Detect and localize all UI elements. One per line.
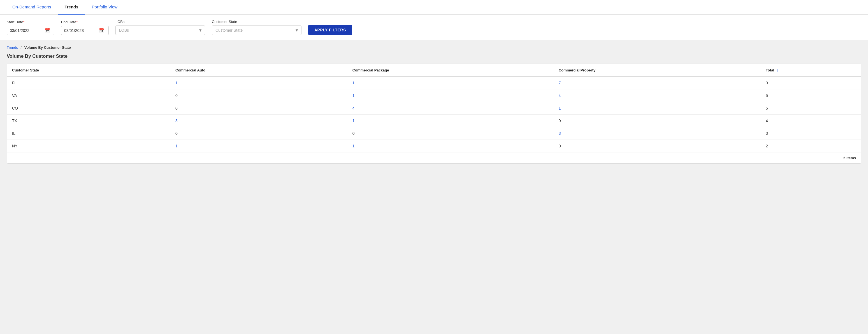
tab-on-demand[interactable]: On-Demand Reports — [6, 0, 58, 14]
cell-total: 3 — [761, 127, 861, 140]
breadcrumb-current: Volume By Customer State — [24, 45, 71, 50]
table-row: NY1102 — [7, 140, 861, 152]
cell-commercial-package[interactable]: 1 — [347, 140, 554, 152]
content-area: Trends / Volume By Customer State Volume… — [0, 40, 868, 169]
end-date-input[interactable] — [64, 28, 98, 33]
cell-customer-state: IL — [7, 127, 170, 140]
table-row: IL0033 — [7, 127, 861, 140]
lobs-group: LOBs LOBs ▼ — [116, 20, 205, 35]
cell-commercial-package: 0 — [347, 127, 554, 140]
col-header-total[interactable]: Total ↓ — [761, 64, 861, 77]
cell-commercial-auto[interactable]: 1 — [170, 140, 347, 152]
cell-customer-state: TX — [7, 115, 170, 127]
breadcrumb: Trends / Volume By Customer State — [7, 45, 861, 50]
table-container: Customer State Commercial Auto Commercia… — [7, 64, 861, 164]
cell-commercial-package[interactable]: 1 — [347, 115, 554, 127]
end-date-group: End Date* 📅 — [61, 20, 109, 35]
cell-total: 2 — [761, 140, 861, 152]
start-date-input[interactable] — [10, 28, 43, 33]
customer-state-select[interactable]: Customer State — [212, 26, 302, 35]
app-container: On-Demand Reports Trends Portfolio View … — [0, 0, 868, 334]
customer-state-select-wrapper: Customer State ▼ — [212, 26, 302, 35]
filter-bar: Start Date* 📅 End Date* 📅 LOBs LOBs — [0, 14, 868, 40]
cell-commercial-auto[interactable]: 1 — [170, 77, 347, 89]
tab-portfolio[interactable]: Portfolio View — [85, 0, 124, 14]
lobs-label: LOBs — [116, 20, 205, 24]
cell-commercial-auto[interactable]: 3 — [170, 115, 347, 127]
cell-commercial-property: 0 — [554, 115, 761, 127]
customer-state-group: Customer State Customer State ▼ — [212, 20, 302, 35]
cell-customer-state: FL — [7, 77, 170, 89]
table-footer: 6 items — [7, 152, 861, 163]
cell-total: 9 — [761, 77, 861, 89]
cell-customer-state: VA — [7, 89, 170, 102]
link-commercial-property[interactable]: 7 — [559, 81, 561, 85]
volume-table: Customer State Commercial Auto Commercia… — [7, 64, 861, 152]
customer-state-label: Customer State — [212, 20, 302, 24]
col-header-commercial-property: Commercial Property — [554, 64, 761, 77]
breadcrumb-separator: / — [21, 45, 22, 50]
table-row: CO0415 — [7, 102, 861, 115]
lobs-select[interactable]: LOBs — [116, 26, 205, 35]
table-row: VA0145 — [7, 89, 861, 102]
cell-commercial-package[interactable]: 4 — [347, 102, 554, 115]
cell-commercial-package[interactable]: 1 — [347, 89, 554, 102]
cell-customer-state: NY — [7, 140, 170, 152]
start-date-input-wrapper: 📅 — [7, 26, 54, 35]
section-title: Volume By Customer State — [7, 54, 861, 59]
start-date-label: Start Date* — [7, 20, 54, 24]
start-date-required: * — [23, 20, 25, 24]
cell-commercial-property[interactable]: 3 — [554, 127, 761, 140]
breadcrumb-parent-link[interactable]: Trends — [7, 45, 18, 50]
cell-commercial-auto: 0 — [170, 102, 347, 115]
cell-commercial-auto: 0 — [170, 89, 347, 102]
tab-trends[interactable]: Trends — [58, 0, 85, 14]
link-commercial-property[interactable]: 4 — [559, 93, 561, 98]
table-row: FL1179 — [7, 77, 861, 89]
end-date-label: End Date* — [61, 20, 109, 24]
cell-commercial-property[interactable]: 4 — [554, 89, 761, 102]
link-commercial-auto[interactable]: 3 — [176, 119, 178, 123]
col-header-customer-state: Customer State — [7, 64, 170, 77]
total-sort-icon[interactable]: ↓ — [776, 68, 778, 72]
items-count: 6 items — [843, 156, 856, 160]
end-date-calendar-icon[interactable]: 📅 — [99, 28, 104, 33]
col-header-commercial-auto: Commercial Auto — [170, 64, 347, 77]
link-commercial-package[interactable]: 1 — [352, 93, 355, 98]
end-date-required: * — [76, 20, 78, 24]
tabs-bar: On-Demand Reports Trends Portfolio View — [0, 0, 868, 14]
link-commercial-package[interactable]: 1 — [352, 119, 355, 123]
start-date-calendar-icon[interactable]: 📅 — [44, 28, 50, 33]
apply-filters-button[interactable]: APPLY FILTERS — [308, 25, 352, 35]
link-commercial-auto[interactable]: 1 — [176, 81, 178, 85]
cell-customer-state: CO — [7, 102, 170, 115]
link-commercial-auto[interactable]: 1 — [176, 144, 178, 148]
link-commercial-package[interactable]: 1 — [352, 144, 355, 148]
cell-commercial-property[interactable]: 1 — [554, 102, 761, 115]
col-header-commercial-package: Commercial Package — [347, 64, 554, 77]
link-commercial-package[interactable]: 4 — [352, 106, 355, 111]
end-date-input-wrapper: 📅 — [61, 26, 109, 35]
cell-total: 5 — [761, 102, 861, 115]
link-commercial-property[interactable]: 1 — [559, 106, 561, 111]
cell-commercial-property[interactable]: 7 — [554, 77, 761, 89]
lobs-select-wrapper: LOBs ▼ — [116, 26, 205, 35]
link-commercial-package[interactable]: 1 — [352, 81, 355, 85]
cell-total: 4 — [761, 115, 861, 127]
cell-commercial-package[interactable]: 1 — [347, 77, 554, 89]
cell-commercial-property: 0 — [554, 140, 761, 152]
link-commercial-property[interactable]: 3 — [559, 131, 561, 135]
cell-commercial-auto: 0 — [170, 127, 347, 140]
cell-total: 5 — [761, 89, 861, 102]
table-row: TX3104 — [7, 115, 861, 127]
start-date-group: Start Date* 📅 — [7, 20, 54, 35]
